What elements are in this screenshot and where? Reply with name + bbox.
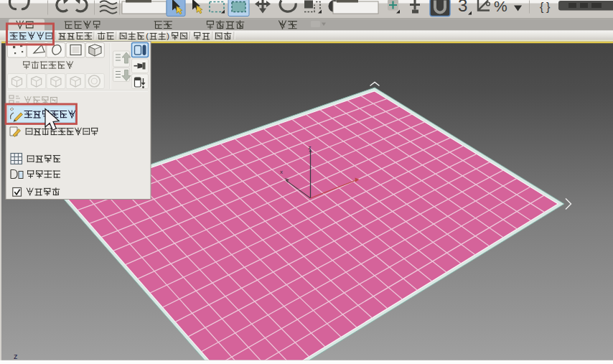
svg-text:3: 3 (458, 0, 467, 15)
svg-text:(: ( (146, 32, 149, 40)
svg-text:{: { (540, 1, 544, 13)
svg-text:}: } (546, 1, 551, 13)
svg-text:z: z (14, 352, 18, 360)
svg-text:%: % (494, 0, 507, 14)
svg-text:): ) (167, 32, 169, 40)
svg-text:x: x (280, 169, 283, 175)
svg-text:z: z (309, 144, 312, 151)
